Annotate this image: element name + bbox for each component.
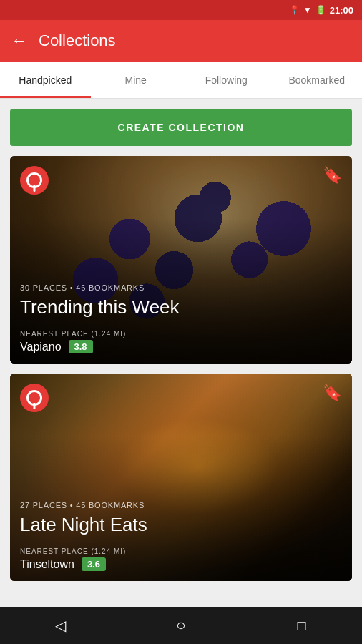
nav-recent-button[interactable] — [284, 611, 320, 640]
tab-following[interactable]: Following — [181, 62, 272, 98]
app-logo-card-2 — [20, 384, 49, 412]
card-nearest-label-1: NEAREST PLACE (1.24 MI) — [20, 330, 342, 338]
location-icon: 📍 — [289, 5, 300, 15]
tab-bar: Handpicked Mine Following Bookmarked — [0, 62, 362, 99]
tab-handpicked[interactable]: Handpicked — [0, 62, 91, 98]
battery-icon: 🔋 — [315, 5, 326, 15]
tab-mine[interactable]: Mine — [91, 62, 182, 98]
card-place-row-1: Vapiano 3.8 — [20, 340, 342, 353]
app-bar: ← Collections — [0, 20, 362, 62]
card-title-trending: Trending this Week — [20, 296, 342, 318]
status-bar: 📍 ▼ 🔋 21:00 — [0, 0, 362, 20]
card-nearest-label-2: NEAREST PLACE (1.24 MI) — [20, 547, 342, 555]
wifi-icon: ▼ — [303, 5, 312, 15]
tab-bookmarked[interactable]: Bookmarked — [272, 62, 363, 98]
collection-card-latenight[interactable]: 🔖 27 PLACES • 45 BOOKMARKS Late Night Ea… — [10, 374, 352, 581]
card-content-latenight: 27 PLACES • 45 BOOKMARKS Late Night Eats… — [10, 491, 352, 581]
nav-back-button[interactable] — [42, 611, 78, 640]
card-title-latenight: Late Night Eats — [20, 514, 342, 536]
card-place-name-1: Vapiano — [20, 341, 62, 353]
bookmark-icon-1[interactable]: 🔖 — [323, 166, 342, 185]
card-content-trending: 30 PLACES • 46 BOOKMARKS Trending this W… — [10, 273, 352, 364]
card-place-row-2: Tinseltown 3.6 — [20, 557, 342, 571]
app-bar-title: Collections — [39, 31, 116, 50]
card-rating-2: 3.6 — [82, 557, 106, 571]
bookmark-icon-2[interactable]: 🔖 — [323, 384, 342, 402]
collection-card-trending[interactable]: 🔖 30 PLACES • 46 BOOKMARKS Trending this… — [10, 156, 352, 364]
card-meta-latenight: 27 PLACES • 45 BOOKMARKS — [20, 501, 342, 509]
nav-home-button[interactable] — [163, 611, 199, 640]
content-area: CREATE COLLECTION 🔖 30 PLACES • 46 BOOKM… — [0, 99, 362, 607]
create-collection-button[interactable]: CREATE COLLECTION — [10, 109, 352, 146]
status-time: 21:00 — [330, 5, 353, 16]
back-button[interactable]: ← — [11, 31, 27, 50]
status-icons: 📍 ▼ 🔋 21:00 — [289, 5, 353, 16]
logo-icon-1 — [26, 172, 42, 188]
card-place-name-2: Tinseltown — [20, 558, 74, 571]
logo-icon-2 — [26, 390, 42, 406]
bottom-nav — [0, 607, 362, 644]
card-meta-trending: 30 PLACES • 46 BOOKMARKS — [20, 283, 342, 292]
card-rating-1: 3.8 — [69, 340, 93, 353]
app-logo-card-1 — [20, 166, 49, 195]
